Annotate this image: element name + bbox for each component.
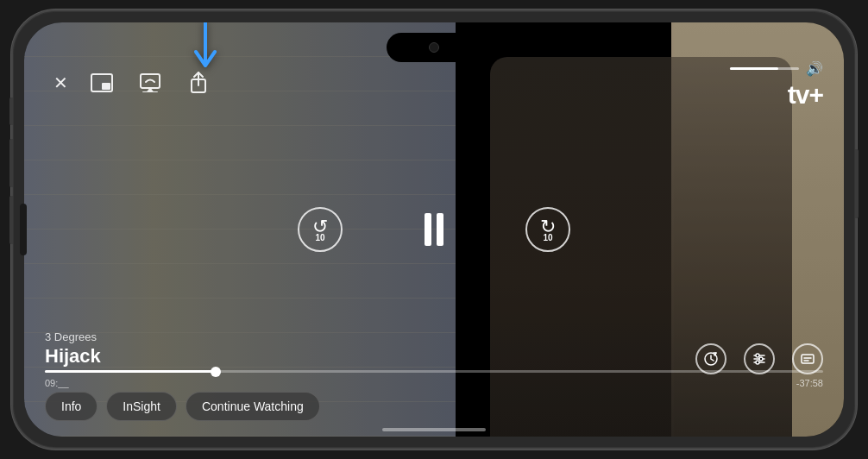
progress-fill [45,370,216,373]
info-pill[interactable]: Info [45,392,97,421]
show-title: Hijack [45,345,101,368]
svg-point-11 [756,354,759,357]
dynamic-island [387,33,481,62]
volume-control: 🔊 [730,60,823,77]
volume-up-button[interactable] [9,139,13,187]
blue-arrow-icon [192,22,218,72]
volume-down-button[interactable] [9,196,13,244]
svg-point-12 [759,357,763,361]
arrow-indicator [192,22,218,72]
pip-button[interactable] [86,67,117,98]
appletv-logo: tv+ [784,80,823,110]
power-button[interactable] [855,149,859,218]
appletv-logo-area: 🔊 tv+ [730,60,823,110]
top-controls: ✕ [24,67,844,98]
pause-bar-right [437,213,443,246]
svg-rect-14 [802,355,814,363]
close-button[interactable]: ✕ [45,67,76,98]
pause-button[interactable] [412,207,456,252]
skip-forward-button[interactable]: ↻ 10 [525,207,570,252]
svg-rect-3 [141,74,160,88]
progress-area: 09:__ -37:58 [24,370,844,388]
volume-bar[interactable] [730,67,799,70]
airplay-button[interactable] [135,67,166,98]
camera-bump [20,204,27,255]
insight-pill[interactable]: InSight [106,392,177,421]
progress-scrubber[interactable] [211,367,221,377]
volume-fill [730,67,778,70]
mute-button[interactable] [9,97,13,125]
pause-icon [425,213,443,246]
skip-forward-label: 10 [543,233,552,242]
tvplus-text: tv+ [788,80,823,110]
progress-bar[interactable] [45,370,823,373]
bottom-pills: Info InSight Continue Watching [45,392,320,421]
svg-rect-2 [102,83,110,90]
current-time: 09:__ [45,378,69,388]
phone-frame: ✕ [11,9,857,450]
screen: ✕ [24,22,844,437]
front-camera [429,42,439,53]
home-indicator[interactable] [382,428,486,431]
pause-bar-left [425,213,431,246]
playback-controls: ↺ 10 ↻ 10 [298,207,570,252]
svg-point-13 [756,361,759,364]
title-info: 3 Degrees Hijack [45,330,101,368]
skip-back-label: 10 [315,233,324,242]
remaining-time: -37:58 [796,378,823,388]
time-labels: 09:__ -37:58 [45,378,823,388]
episode-label: 3 Degrees [45,330,101,343]
continue-watching-pill[interactable]: Continue Watching [186,392,320,421]
skip-back-button[interactable]: ↺ 10 [298,207,343,252]
volume-icon[interactable]: 🔊 [806,60,823,77]
